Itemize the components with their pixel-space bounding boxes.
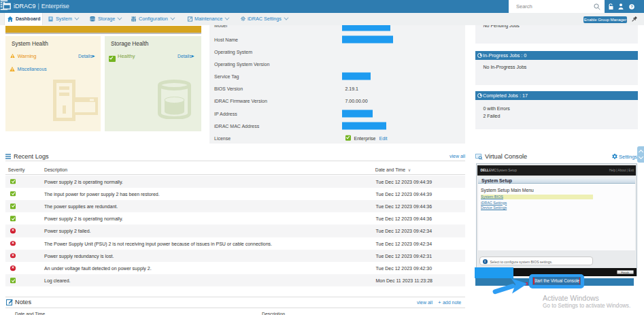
svg-text:?: ? bbox=[630, 5, 633, 9]
